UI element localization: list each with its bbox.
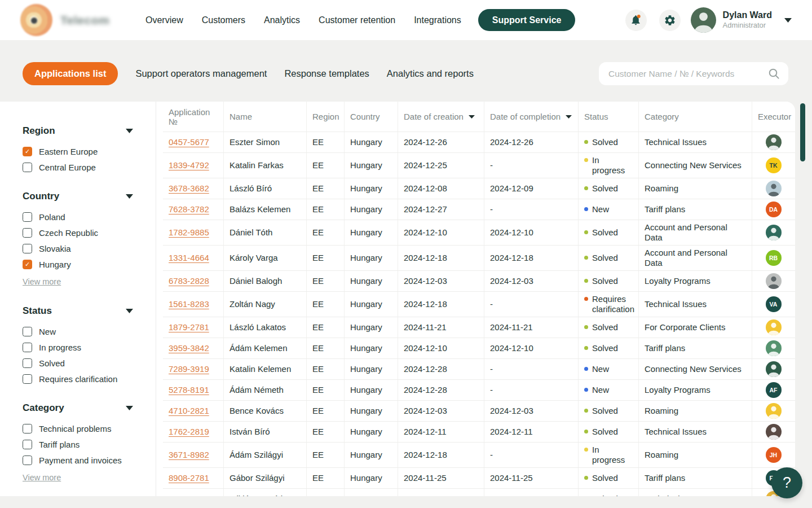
filter-option-label: Hungary <box>39 260 71 269</box>
cell-date-of-creation: 2024-11-21 <box>398 317 484 338</box>
filter-option-in-progress[interactable]: In progress <box>23 343 133 352</box>
sort-descending-icon <box>469 115 475 119</box>
application-link[interactable]: 3678-3682 <box>169 183 209 194</box>
help-button[interactable]: ? <box>771 467 802 498</box>
application-link[interactable]: 4710-2821 <box>169 406 209 416</box>
applications-table: Application №NameRegionCountryDate of cr… <box>156 102 795 496</box>
filter-option-new[interactable]: New <box>23 327 133 336</box>
application-link[interactable]: 1879-2781 <box>169 322 209 332</box>
filter-option-label: Central Europe <box>39 163 96 172</box>
filter-group-header[interactable]: Category <box>23 402 133 414</box>
filter-option-slovakia[interactable]: Slovakia <box>23 244 133 253</box>
application-link[interactable]: 0457-5677 <box>169 137 209 147</box>
filter-option-payment-and-invoices[interactable]: Payment and invoices <box>23 456 133 465</box>
application-link[interactable]: 9829-2676 <box>169 494 209 496</box>
application-link[interactable]: 1762-2819 <box>169 427 209 437</box>
filter-option-label: Tariff plans <box>39 440 80 449</box>
application-link[interactable]: 1839-4792 <box>169 160 209 170</box>
filter-option-label: New <box>39 327 56 336</box>
view-more-link[interactable]: View more <box>23 277 61 286</box>
cell-country: Hungary <box>345 489 398 496</box>
checkbox[interactable] <box>23 228 32 238</box>
search-input[interactable] <box>599 62 788 85</box>
settings-button[interactable] <box>659 10 681 31</box>
application-link[interactable]: 3671-8982 <box>169 450 209 460</box>
filter-group-header[interactable]: Country <box>23 191 133 202</box>
application-link[interactable]: 5278-8191 <box>169 385 209 395</box>
cell-date-of-completion: 2024-12-18 <box>484 246 579 270</box>
tab-analytics-and-reports[interactable]: Analytics and reports <box>387 68 474 79</box>
user-menu[interactable]: Dylan Ward Administrator <box>691 7 792 33</box>
cell-date-of-creation: 2024-12-03 <box>398 271 484 291</box>
application-link[interactable]: 7289-3919 <box>169 364 209 374</box>
tab-applications-list[interactable]: Applications list <box>23 62 118 85</box>
tab-response-templates[interactable]: Response templates <box>284 68 369 79</box>
checkbox[interactable] <box>23 212 32 222</box>
nav-item-integrations[interactable]: Integrations <box>414 15 461 25</box>
checkbox[interactable]: ✓ <box>23 260 32 269</box>
cell-date-of-completion: 2024-12-03 <box>484 401 579 421</box>
cell-region: EE <box>307 199 345 220</box>
filter-group-title: Status <box>23 305 52 317</box>
checkbox[interactable] <box>23 343 32 352</box>
checkbox[interactable] <box>23 374 32 384</box>
filter-group-header[interactable]: Region <box>23 125 133 137</box>
checkbox[interactable] <box>23 163 32 172</box>
tab-support-operators-management[interactable]: Support operators management <box>135 68 267 79</box>
checkbox[interactable] <box>23 456 32 465</box>
checkbox[interactable] <box>23 244 32 253</box>
scrollbar-thumb[interactable] <box>800 103 805 161</box>
filter-option-technical-problems[interactable]: Technical problems <box>23 424 133 433</box>
application-link[interactable]: 6783-2828 <box>169 276 209 286</box>
filter-group-header[interactable]: Status <box>23 305 133 317</box>
cell-country: Hungary <box>345 153 398 178</box>
application-link[interactable]: 8908-2781 <box>169 473 209 483</box>
column-header-date-of-creation[interactable]: Date of creation <box>398 102 484 132</box>
cell-executor <box>752 338 795 358</box>
nav-item-overview[interactable]: Overview <box>145 15 183 25</box>
cell-status: New <box>579 380 639 400</box>
checkbox[interactable] <box>23 440 32 449</box>
chevron-down-icon <box>126 309 133 313</box>
person-icon <box>766 319 782 335</box>
filter-option-requires-clarification[interactable]: Requires clarification <box>23 374 133 384</box>
cell-country: Hungary <box>345 338 398 358</box>
application-link[interactable]: 3959-3842 <box>169 343 209 353</box>
filter-option-central-europe[interactable]: Central Europe <box>23 163 133 172</box>
filter-group-title: Category <box>23 402 64 414</box>
avatar-photo <box>766 361 782 377</box>
nav-item-customers[interactable]: Customers <box>202 15 245 25</box>
search-icon[interactable] <box>768 68 780 82</box>
cell-application-no: 8908-2781 <box>163 468 224 488</box>
application-link[interactable]: 1561-8283 <box>169 299 209 309</box>
status-dot <box>584 207 588 211</box>
status-badge: New <box>584 385 609 395</box>
filter-option-eastern-europe[interactable]: ✓Eastern Europe <box>23 147 133 156</box>
view-more-link[interactable]: View more <box>23 473 61 482</box>
checkbox[interactable] <box>23 424 32 433</box>
checkbox[interactable] <box>23 358 32 368</box>
application-link[interactable]: 1782-9885 <box>169 227 209 238</box>
checkbox[interactable]: ✓ <box>23 147 32 156</box>
column-header-date-of-completion[interactable]: Date of completion <box>484 102 579 132</box>
filter-option-hungary[interactable]: ✓Hungary <box>23 260 133 269</box>
cell-category: Loyalty Programs <box>639 271 752 291</box>
nav-item-customer-retention[interactable]: Customer retention <box>319 15 395 25</box>
filter-option-poland[interactable]: Poland <box>23 212 133 222</box>
filter-option-czech-republic[interactable]: Czech Republic <box>23 228 133 238</box>
cell-date-of-completion: - <box>484 199 579 220</box>
checkbox[interactable] <box>23 327 32 336</box>
cell-category: For Corporate Clients <box>639 317 752 338</box>
chevron-down-icon <box>126 129 133 133</box>
gear-icon <box>664 14 676 27</box>
notifications-button[interactable] <box>625 10 647 31</box>
status-badge: Solved <box>584 406 618 416</box>
application-link[interactable]: 1331-4664 <box>169 253 209 263</box>
support-service-button[interactable]: Support Service <box>478 9 576 31</box>
filter-option-solved[interactable]: Solved <box>23 358 133 368</box>
status-label: Solved <box>592 343 618 353</box>
filter-option-tariff-plans[interactable]: Tariff plans <box>23 440 133 449</box>
application-link[interactable]: 7628-3782 <box>169 204 209 214</box>
cell-date-of-creation: 2024-12-11 <box>398 489 484 496</box>
nav-item-analytics[interactable]: Analytics <box>264 15 300 25</box>
